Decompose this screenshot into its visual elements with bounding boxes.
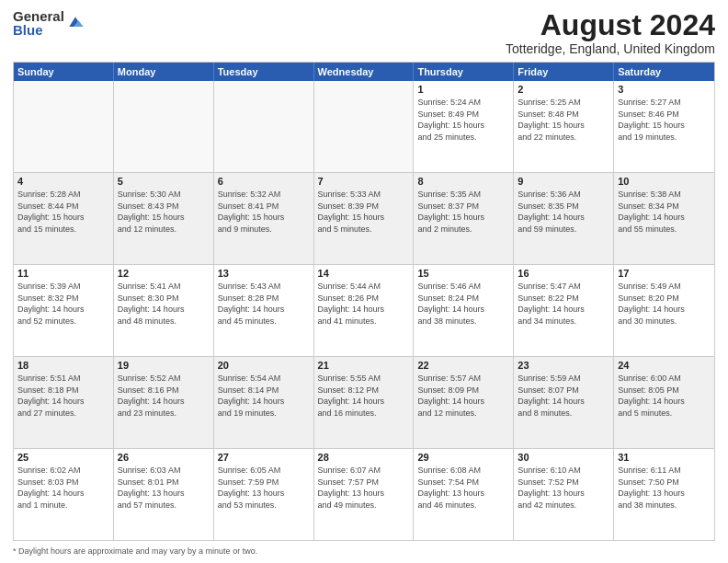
calendar-cell: 18Sunrise: 5:51 AM Sunset: 8:18 PM Dayli…	[14, 357, 114, 448]
day-number: 3	[618, 84, 711, 95]
calendar-cell: 14Sunrise: 5:44 AM Sunset: 8:26 PM Dayli…	[314, 265, 415, 356]
cell-info: Sunrise: 6:10 AM Sunset: 7:52 PM Dayligh…	[518, 465, 609, 511]
cell-info: Sunrise: 5:57 AM Sunset: 8:09 PM Dayligh…	[417, 373, 509, 419]
cell-info: Sunrise: 5:39 AM Sunset: 8:32 PM Dayligh…	[17, 281, 109, 327]
calendar-cell: 28Sunrise: 6:07 AM Sunset: 7:57 PM Dayli…	[314, 449, 415, 540]
header: General Blue August 2024 Totteridge, Eng…	[13, 9, 715, 56]
calendar-cell: 5Sunrise: 5:30 AM Sunset: 8:43 PM Daylig…	[114, 173, 214, 264]
calendar-cell: 26Sunrise: 6:03 AM Sunset: 8:01 PM Dayli…	[114, 449, 214, 540]
calendar-cell: 24Sunrise: 6:00 AM Sunset: 8:05 PM Dayli…	[614, 357, 714, 448]
cell-info: Sunrise: 5:30 AM Sunset: 8:43 PM Dayligh…	[118, 189, 210, 235]
cell-info: Sunrise: 5:54 AM Sunset: 8:14 PM Dayligh…	[218, 373, 310, 419]
calendar-cell: 25Sunrise: 6:02 AM Sunset: 8:03 PM Dayli…	[14, 449, 114, 540]
calendar-cell: 23Sunrise: 5:59 AM Sunset: 8:07 PM Dayli…	[514, 357, 614, 448]
cell-info: Sunrise: 5:51 AM Sunset: 8:18 PM Dayligh…	[17, 373, 109, 419]
calendar-cell: 31Sunrise: 6:11 AM Sunset: 7:50 PM Dayli…	[614, 449, 714, 540]
calendar-row: 25Sunrise: 6:02 AM Sunset: 8:03 PM Dayli…	[14, 449, 714, 540]
cell-info: Sunrise: 5:46 AM Sunset: 8:24 PM Dayligh…	[417, 281, 509, 327]
cell-info: Sunrise: 5:27 AM Sunset: 8:46 PM Dayligh…	[618, 97, 711, 143]
cell-info: Sunrise: 5:36 AM Sunset: 8:35 PM Dayligh…	[518, 189, 609, 235]
logo: General Blue	[13, 9, 85, 37]
logo-general: General	[13, 9, 64, 23]
day-number: 29	[417, 452, 509, 463]
day-number: 12	[118, 268, 210, 279]
calendar-cell: 27Sunrise: 6:05 AM Sunset: 7:59 PM Dayli…	[214, 449, 314, 540]
calendar-cell: 16Sunrise: 5:47 AM Sunset: 8:22 PM Dayli…	[514, 265, 614, 356]
cell-info: Sunrise: 5:44 AM Sunset: 8:26 PM Dayligh…	[318, 281, 410, 327]
cell-info: Sunrise: 6:11 AM Sunset: 7:50 PM Dayligh…	[618, 465, 711, 511]
logo-text: General Blue	[13, 9, 64, 37]
calendar-row: 1Sunrise: 5:24 AM Sunset: 8:49 PM Daylig…	[14, 81, 714, 173]
calendar-cell: 4Sunrise: 5:28 AM Sunset: 8:44 PM Daylig…	[14, 173, 114, 264]
day-number: 24	[618, 360, 711, 371]
cell-info: Sunrise: 6:03 AM Sunset: 8:01 PM Dayligh…	[118, 465, 210, 511]
cell-info: Sunrise: 5:32 AM Sunset: 8:41 PM Dayligh…	[218, 189, 310, 235]
day-number: 17	[618, 268, 711, 279]
day-number: 23	[518, 360, 609, 371]
day-number: 10	[618, 176, 711, 187]
calendar-row: 11Sunrise: 5:39 AM Sunset: 8:32 PM Dayli…	[14, 265, 714, 357]
day-number: 21	[318, 360, 410, 371]
calendar-cell: 10Sunrise: 5:38 AM Sunset: 8:34 PM Dayli…	[614, 173, 714, 264]
calendar-cell: 3Sunrise: 5:27 AM Sunset: 8:46 PM Daylig…	[614, 81, 714, 172]
page: General Blue August 2024 Totteridge, Eng…	[0, 0, 728, 563]
cell-info: Sunrise: 5:52 AM Sunset: 8:16 PM Dayligh…	[118, 373, 210, 419]
calendar-cell: 2Sunrise: 5:25 AM Sunset: 8:48 PM Daylig…	[514, 81, 614, 172]
cell-info: Sunrise: 5:43 AM Sunset: 8:28 PM Dayligh…	[218, 281, 310, 327]
calendar-cell: 9Sunrise: 5:36 AM Sunset: 8:35 PM Daylig…	[514, 173, 614, 264]
day-number: 28	[318, 452, 410, 463]
calendar-cell	[314, 81, 415, 172]
cell-info: Sunrise: 5:59 AM Sunset: 8:07 PM Dayligh…	[518, 373, 609, 419]
day-number: 9	[518, 176, 609, 187]
calendar-cell: 13Sunrise: 5:43 AM Sunset: 8:28 PM Dayli…	[214, 265, 314, 356]
cell-info: Sunrise: 5:49 AM Sunset: 8:20 PM Dayligh…	[618, 281, 711, 327]
calendar-body: 1Sunrise: 5:24 AM Sunset: 8:49 PM Daylig…	[14, 81, 714, 540]
day-number: 13	[218, 268, 310, 279]
calendar-cell	[114, 81, 214, 172]
calendar-cell	[14, 81, 114, 172]
calendar-cell: 8Sunrise: 5:35 AM Sunset: 8:37 PM Daylig…	[414, 173, 514, 264]
calendar-cell: 19Sunrise: 5:52 AM Sunset: 8:16 PM Dayli…	[114, 357, 214, 448]
cell-info: Sunrise: 5:24 AM Sunset: 8:49 PM Dayligh…	[417, 97, 509, 143]
day-number: 5	[118, 176, 210, 187]
cell-info: Sunrise: 5:28 AM Sunset: 8:44 PM Dayligh…	[17, 189, 109, 235]
main-title: August 2024	[506, 9, 715, 41]
calendar-row: 18Sunrise: 5:51 AM Sunset: 8:18 PM Dayli…	[14, 357, 714, 449]
cell-info: Sunrise: 5:33 AM Sunset: 8:39 PM Dayligh…	[318, 189, 410, 235]
cell-info: Sunrise: 5:25 AM Sunset: 8:48 PM Dayligh…	[518, 97, 609, 143]
note: * Daylight hours are approximate and may…	[13, 546, 715, 556]
day-number: 6	[218, 176, 310, 187]
weekday-header: Thursday	[414, 63, 514, 81]
cell-info: Sunrise: 6:02 AM Sunset: 8:03 PM Dayligh…	[17, 465, 109, 511]
day-number: 19	[118, 360, 210, 371]
day-number: 7	[318, 176, 410, 187]
day-number: 30	[518, 452, 609, 463]
calendar-cell: 29Sunrise: 6:08 AM Sunset: 7:54 PM Dayli…	[414, 449, 514, 540]
day-number: 2	[518, 84, 609, 95]
logo-blue: Blue	[13, 23, 64, 37]
day-number: 4	[17, 176, 109, 187]
weekday-header: Saturday	[614, 63, 714, 81]
day-number: 8	[417, 176, 509, 187]
day-number: 16	[518, 268, 609, 279]
cell-info: Sunrise: 6:00 AM Sunset: 8:05 PM Dayligh…	[618, 373, 711, 419]
day-number: 11	[17, 268, 109, 279]
day-number: 22	[417, 360, 509, 371]
weekday-header: Sunday	[14, 63, 114, 81]
logo-icon	[66, 14, 85, 32]
weekday-header: Wednesday	[314, 63, 415, 81]
cell-info: Sunrise: 6:05 AM Sunset: 7:59 PM Dayligh…	[218, 465, 310, 511]
cell-info: Sunrise: 5:47 AM Sunset: 8:22 PM Dayligh…	[518, 281, 609, 327]
weekday-header: Friday	[514, 63, 614, 81]
weekday-header: Monday	[114, 63, 214, 81]
calendar-cell: 30Sunrise: 6:10 AM Sunset: 7:52 PM Dayli…	[514, 449, 614, 540]
calendar-cell: 17Sunrise: 5:49 AM Sunset: 8:20 PM Dayli…	[614, 265, 714, 356]
day-number: 31	[618, 452, 711, 463]
day-number: 25	[17, 452, 109, 463]
cell-info: Sunrise: 6:08 AM Sunset: 7:54 PM Dayligh…	[417, 465, 509, 511]
calendar-cell: 6Sunrise: 5:32 AM Sunset: 8:41 PM Daylig…	[214, 173, 314, 264]
cell-info: Sunrise: 6:07 AM Sunset: 7:57 PM Dayligh…	[318, 465, 410, 511]
cell-info: Sunrise: 5:35 AM Sunset: 8:37 PM Dayligh…	[417, 189, 509, 235]
calendar-cell: 12Sunrise: 5:41 AM Sunset: 8:30 PM Dayli…	[114, 265, 214, 356]
day-number: 14	[318, 268, 410, 279]
